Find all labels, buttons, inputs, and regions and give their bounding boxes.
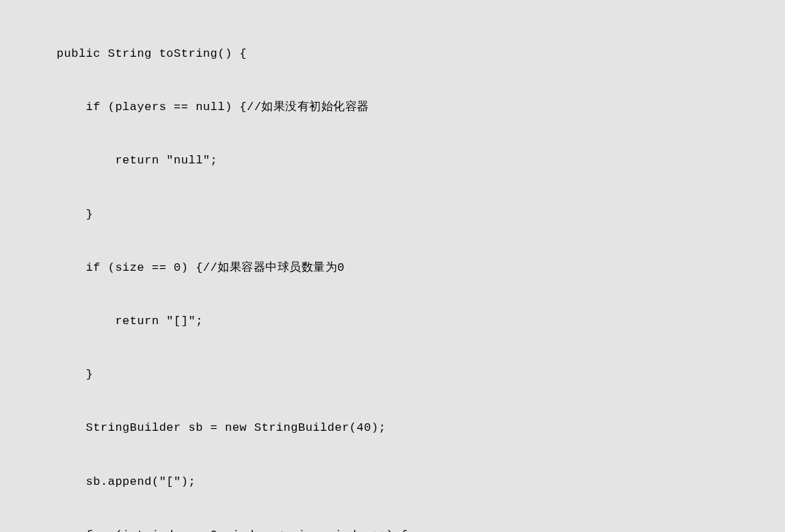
code-line: }	[27, 361, 758, 388]
code-line: return "null";	[27, 147, 758, 174]
code-line: }	[27, 201, 758, 228]
code-line: public String toString() {	[27, 40, 758, 67]
code-line: StringBuilder sb = new StringBuilder(40)…	[27, 414, 758, 441]
code-line: return "[]";	[27, 308, 758, 334]
code-line: if (size == 0) {//如果容器中球员数量为0	[27, 254, 758, 281]
code-block: public String toString() { if (players =…	[27, 14, 758, 532]
code-line: for (int index = 0; index < size; index+…	[27, 522, 758, 532]
code-line: sb.append("[");	[27, 468, 758, 495]
code-line: if (players == null) {//如果没有初始化容器	[27, 94, 758, 120]
